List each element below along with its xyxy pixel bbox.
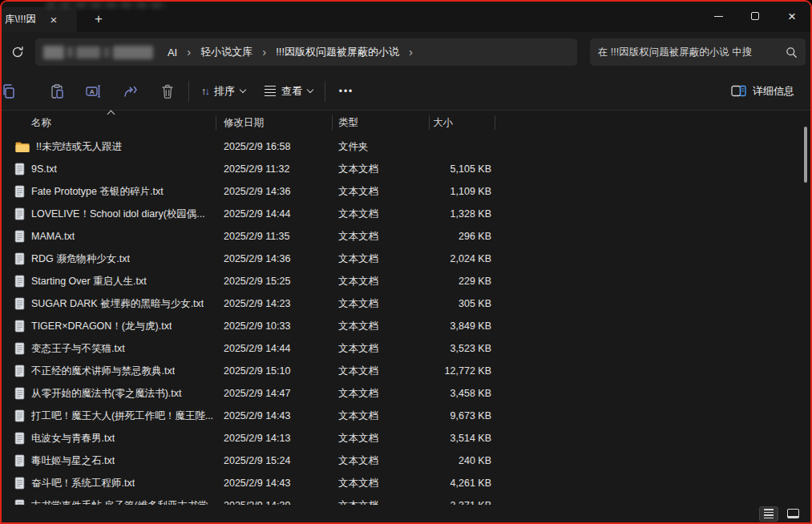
trash-icon	[160, 83, 175, 99]
file-row[interactable]: Fate Prototype 苍银的碎片.txt 2025/2/9 14:36 …	[2, 180, 802, 203]
search-input[interactable]: 在 !!!因版权问题被屏蔽的小说 中搜	[590, 38, 806, 66]
file-type: 文本文档	[332, 454, 429, 468]
share-button[interactable]	[112, 77, 149, 106]
censored-path-segment	[43, 46, 153, 59]
text-file-icon	[14, 320, 25, 333]
minimize-button[interactable]	[700, 2, 737, 30]
view-button[interactable]: 查看	[255, 77, 322, 106]
search-placeholder: 在 !!!因版权问题被屏蔽的小说 中搜	[598, 46, 786, 59]
text-file-icon	[14, 409, 25, 422]
file-date: 2025/2/9 14:13	[216, 433, 332, 444]
vertical-scrollbar-thumb[interactable]	[804, 127, 807, 183]
column-divider[interactable]	[216, 115, 216, 130]
sort-button[interactable]: ↑↓ 排序	[192, 77, 255, 106]
text-file-icon	[14, 342, 25, 355]
maximize-icon	[751, 12, 759, 20]
file-date: 2025/2/9 16:58	[216, 141, 332, 152]
maximize-button[interactable]	[737, 2, 774, 30]
file-row[interactable]: 从零开始的魔法书(零之魔法书).txt 2025/2/9 14:47 文本文档 …	[2, 382, 802, 405]
file-type: 文本文档	[332, 163, 429, 176]
file-row[interactable]: 电波女与青春男.txt 2025/2/9 14:13 文本文档 3,514 KB	[2, 427, 802, 449]
file-date: 2025/2/9 14:23	[216, 298, 332, 309]
file-row[interactable]: 古书堂事件手帖 扉子篇(维多利亚古书堂... 2025/2/9 14:39 文本…	[2, 494, 802, 505]
thumbnail-view-icon	[787, 509, 799, 518]
command-toolbar: A ↑↓ 排序	[2, 72, 810, 111]
file-row[interactable]: LOVELIVE！School idol diary(校园偶... 2025/2…	[2, 203, 802, 225]
breadcrumb-item[interactable]: !!!因版权问题被屏蔽的小说	[269, 43, 406, 61]
file-row[interactable]: MAMA.txt 2025/2/9 11:35 文本文档 296 KB	[2, 225, 802, 248]
details-pane-button[interactable]: 详细信息	[723, 77, 802, 106]
file-type: 文本文档	[332, 409, 429, 423]
file-size: 12,772 KB	[429, 365, 491, 377]
tab-bar: 库\!!!因 × + ×	[2, 2, 810, 32]
refresh-button[interactable]	[6, 41, 29, 63]
address-input[interactable]: AI›轻小说文库›!!!因版权问题被屏蔽的小说›	[35, 38, 577, 66]
text-file-icon	[14, 230, 25, 243]
breadcrumb: AI›轻小说文库›!!!因版权问题被屏蔽的小说›	[161, 43, 416, 61]
file-size: 2,024 KB	[429, 253, 491, 264]
delete-button[interactable]	[149, 77, 186, 106]
thumbnail-view-toggle[interactable]	[783, 506, 802, 522]
file-row[interactable]: 不正经的魔术讲师与禁忌教典.txt 2025/2/9 15:10 文本文档 12…	[2, 360, 802, 382]
column-header-size[interactable]: 大小	[429, 111, 487, 135]
file-date: 2025/2/9 11:32	[216, 163, 332, 175]
file-date: 2025/2/9 14:36	[216, 253, 332, 264]
paste-button[interactable]	[38, 77, 75, 106]
file-row[interactable]: 奋斗吧！系统工程师.txt 2025/2/9 14:43 文本文档 4,261 …	[2, 472, 802, 494]
file-name: 9S.txt	[31, 163, 57, 175]
column-divider[interactable]	[429, 115, 430, 130]
file-type: 文本文档	[332, 477, 429, 490]
file-row[interactable]: 打工吧！魔王大人(拼死工作吧！魔王陛... 2025/2/9 14:43 文本文…	[2, 405, 802, 427]
file-size: 3,849 KB	[429, 320, 491, 332]
more-options-button[interactable]: •••	[328, 77, 365, 106]
new-tab-button[interactable]: +	[90, 10, 107, 28]
chevron-right-icon: ›	[259, 45, 269, 58]
text-file-icon	[14, 499, 25, 505]
column-header-type[interactable]: 类型	[332, 111, 429, 135]
address-bar: AI›轻小说文库›!!!因版权问题被屏蔽的小说› 在 !!!因版权问题被屏蔽的小…	[2, 32, 810, 72]
file-name: 打工吧！魔王大人(拼死工作吧！魔王陛...	[31, 409, 213, 423]
file-type: 文本文档	[332, 185, 429, 199]
column-header-date[interactable]: 修改日期	[216, 111, 332, 135]
column-header-row: 名称 修改日期 类型 大小	[2, 111, 810, 135]
file-size: 4,261 KB	[429, 478, 491, 489]
tab-close-icon[interactable]: ×	[46, 12, 62, 28]
file-row[interactable]: SUGAR DARK 被埋葬的黑暗与少女.txt 2025/2/9 14:23 …	[2, 292, 802, 315]
copy-icon	[1, 83, 17, 99]
chevron-right-icon: ›	[406, 45, 416, 58]
status-bar	[2, 505, 810, 522]
file-date: 2025/2/9 14:44	[216, 343, 332, 354]
file-row[interactable]: 9S.txt 2025/2/9 11:32 文本文档 5,105 KB	[2, 158, 802, 180]
file-date: 2025/2/9 15:24	[216, 455, 332, 466]
file-size: 9,673 KB	[429, 410, 491, 421]
file-row[interactable]: !!未完结或无人跟进 2025/2/9 16:58 文件夹	[2, 135, 802, 158]
toolbar-divider	[188, 81, 189, 102]
file-row[interactable]: 毒吐姬与星之石.txt 2025/2/9 15:24 文本文档 240 KB	[2, 449, 802, 472]
file-row[interactable]: 变态王子与不笑猫.txt 2025/2/9 14:44 文本文档 3,523 K…	[2, 337, 802, 360]
file-row[interactable]: RDG 濒危物种少女.txt 2025/2/9 14:36 文本文档 2,024…	[2, 248, 802, 270]
text-file-icon	[14, 365, 25, 377]
column-divider[interactable]	[332, 115, 333, 130]
file-name: 古书堂事件手帖 扉子篇(维多利亚古书堂...	[31, 499, 216, 506]
text-file-icon	[14, 387, 25, 400]
file-name: !!未完结或无人跟进	[36, 140, 122, 154]
search-icon	[786, 46, 798, 58]
close-button[interactable]: ×	[774, 2, 810, 30]
file-row[interactable]: Starting Over 重启人生.txt 2025/2/9 15:25 文本…	[2, 270, 802, 292]
column-divider[interactable]	[495, 115, 495, 130]
file-size: 296 KB	[429, 231, 491, 242]
window-controls: ×	[700, 2, 810, 30]
rename-button[interactable]: A	[75, 77, 112, 106]
copy-button[interactable]	[0, 77, 27, 106]
breadcrumb-item[interactable]: AI	[161, 45, 184, 60]
file-row[interactable]: TIGER×DRAGON！(龙与虎).txt 2025/2/9 10:33 文本…	[2, 315, 802, 337]
file-size: 229 KB	[429, 276, 491, 287]
breadcrumb-item[interactable]: 轻小说文库	[194, 43, 259, 61]
file-type: 文本文档	[332, 365, 429, 378]
text-file-icon	[14, 275, 25, 288]
rename-icon: A	[85, 83, 103, 99]
details-view-toggle[interactable]	[759, 506, 778, 522]
explorer-tab[interactable]: 库\!!!因 ×	[0, 7, 77, 32]
sort-label: 排序	[214, 84, 235, 99]
file-size: 5,105 KB	[429, 163, 491, 175]
